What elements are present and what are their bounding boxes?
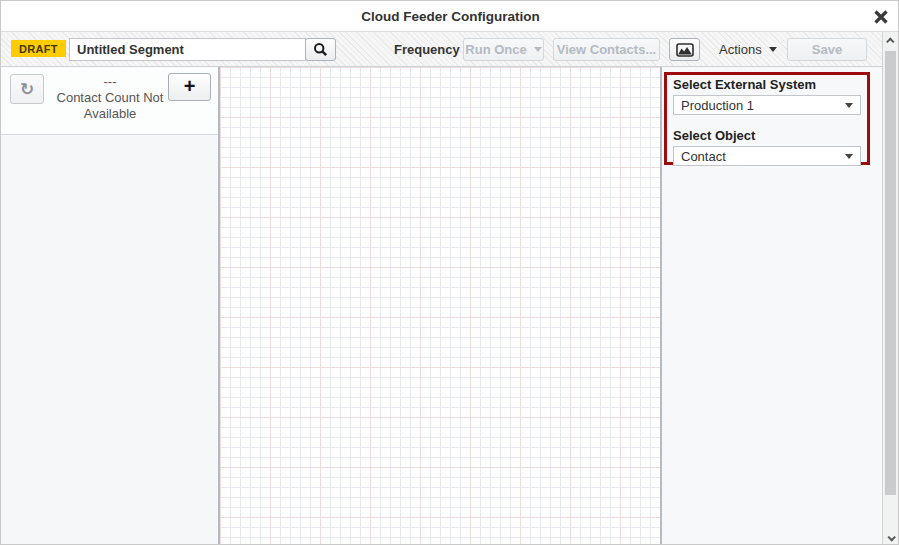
- close-icon: [873, 9, 889, 25]
- segment-name-input[interactable]: [69, 38, 306, 61]
- config-panel: Select External System Production 1 Sele…: [662, 67, 882, 545]
- plus-icon: +: [184, 76, 196, 96]
- search-button[interactable]: [305, 38, 336, 61]
- titlebar: Cloud Feeder Configuration: [1, 1, 899, 32]
- external-system-select[interactable]: Production 1: [673, 95, 861, 115]
- object-select[interactable]: Contact: [673, 146, 861, 166]
- vertical-scrollbar[interactable]: [882, 32, 898, 545]
- view-contacts-button[interactable]: View Contacts...: [553, 38, 660, 61]
- chart-button[interactable]: [669, 38, 700, 61]
- object-label: Select Object: [673, 128, 861, 143]
- chevron-down-icon: [534, 47, 542, 52]
- cloud-feeder-dialog: Cloud Feeder Configuration DRAFT Frequen…: [0, 0, 899, 545]
- chevron-up-icon: [886, 37, 894, 45]
- chevron-down-icon: [887, 533, 895, 541]
- actions-label: Actions: [719, 42, 762, 57]
- chevron-down-icon: [769, 47, 777, 52]
- dialog-title: Cloud Feeder Configuration: [361, 9, 540, 24]
- refresh-icon: ↻: [20, 81, 34, 98]
- actions-menu[interactable]: Actions: [709, 38, 787, 61]
- left-panel: ↻ --- Contact Count Not Available +: [1, 67, 220, 545]
- search-icon: [313, 42, 328, 57]
- external-system-label: Select External System: [673, 77, 861, 92]
- frequency-label: Frequency: [394, 32, 460, 67]
- close-button[interactable]: [870, 6, 892, 28]
- cloud-feeder-config-box: Select External System Production 1 Sele…: [664, 72, 870, 165]
- contact-count-message: Contact Count Not Available: [45, 90, 175, 122]
- dialog-body: ↻ --- Contact Count Not Available + Sele…: [1, 67, 884, 545]
- chevron-down-icon: [845, 103, 853, 108]
- view-contacts-label: View Contacts...: [557, 42, 656, 57]
- scroll-up-button[interactable]: [883, 32, 898, 49]
- run-once-dropdown[interactable]: Run Once: [463, 38, 544, 61]
- save-label: Save: [812, 42, 842, 57]
- chevron-down-icon: [845, 154, 853, 159]
- area-chart-icon: [676, 43, 694, 57]
- scroll-down-button[interactable]: [883, 529, 898, 545]
- toolbar: DRAFT Frequency Run Once View Contacts..…: [1, 32, 884, 67]
- scrollbar-thumb[interactable]: [885, 51, 896, 495]
- contact-count-value: ---: [45, 74, 175, 90]
- save-button[interactable]: Save: [787, 38, 867, 61]
- status-badge: DRAFT: [11, 40, 66, 57]
- design-canvas[interactable]: [220, 67, 662, 545]
- run-once-label: Run Once: [465, 42, 526, 57]
- contact-count-text: --- Contact Count Not Available: [45, 74, 175, 122]
- refresh-count-button[interactable]: ↻: [10, 74, 44, 104]
- add-criteria-button[interactable]: +: [168, 73, 211, 101]
- external-system-value: Production 1: [681, 98, 754, 113]
- contact-count-box: ↻ --- Contact Count Not Available +: [1, 67, 218, 135]
- object-value: Contact: [681, 149, 726, 164]
